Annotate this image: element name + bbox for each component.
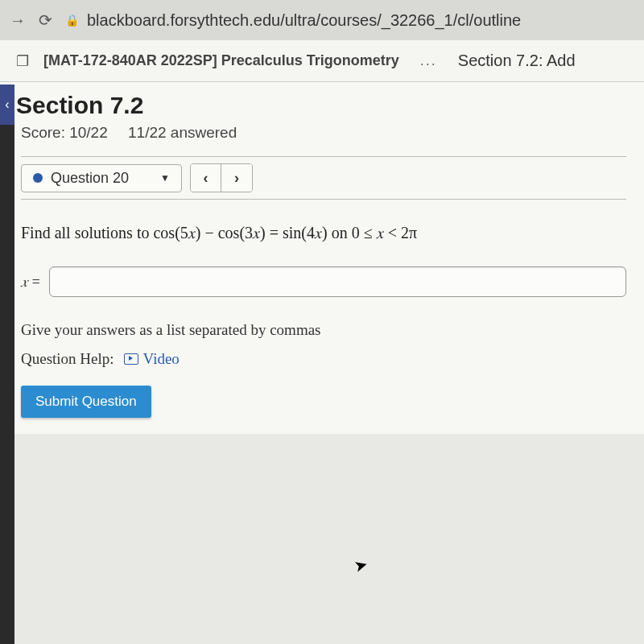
course-header: ❐ [MAT-172-840AR 2022SP] Precalculus Tri… <box>0 40 644 82</box>
submit-question-button[interactable]: Submit Question <box>21 386 151 418</box>
collapse-panel-button[interactable]: ‹ <box>0 85 14 125</box>
reload-icon[interactable]: ⟳ <box>39 10 52 30</box>
score-row: Score: 10/22 11/22 answered <box>21 124 626 142</box>
next-question-button[interactable]: › <box>221 164 252 192</box>
chevron-left-icon: ‹ <box>5 97 9 112</box>
answered-label: 11/22 answered <box>128 124 237 141</box>
question-nav-bar: Question 20 ▼ ‹ › <box>21 156 626 200</box>
problem-prefix: Find all solutions to <box>21 224 153 242</box>
lock-icon: 🔒 <box>65 14 79 27</box>
video-help-link[interactable]: Video <box>124 350 180 368</box>
question-dropdown-label: Question 20 <box>51 170 152 187</box>
answer-row: 𝑥 = <box>21 266 626 297</box>
page-title: Section 7.2 <box>16 92 626 119</box>
help-label: Question Help: <box>21 350 114 368</box>
question-dropdown[interactable]: Question 20 ▼ <box>21 164 182 192</box>
ellipsis-icon[interactable]: ... <box>420 52 437 69</box>
score-label: Score: 10/22 <box>21 124 108 141</box>
answer-input[interactable] <box>49 266 626 297</box>
prev-question-button[interactable]: ‹ <box>191 164 221 192</box>
url-text: blackboard.forsythtech.edu/ultra/courses… <box>87 11 521 30</box>
browser-toolbar: → ⟳ 🔒 blackboard.forsythtech.edu/ultra/c… <box>0 0 644 40</box>
main-content: Section 7.2 Score: 10/22 11/22 answered … <box>0 82 644 434</box>
video-label: Video <box>143 350 180 368</box>
input-label: 𝑥 = <box>21 274 41 291</box>
left-sidebar-strip <box>0 125 14 644</box>
question-nav-buttons: ‹ › <box>190 163 253 192</box>
chevron-down-icon: ▼ <box>160 172 170 184</box>
window-icon[interactable]: ❐ <box>16 52 29 70</box>
address-bar[interactable]: 🔒 blackboard.forsythtech.edu/ultra/cours… <box>65 11 634 30</box>
answer-hint: Give your answers as a list separated by… <box>21 321 626 339</box>
forward-icon[interactable]: → <box>10 11 26 30</box>
video-icon <box>124 353 138 365</box>
breadcrumb-section: Section 7.2: Add <box>458 52 576 70</box>
problem-math: cos(5𝑥) − cos(3𝑥) = sin(4𝑥) on 0 ≤ 𝑥 < 2… <box>153 224 417 242</box>
problem-statement: Find all solutions to cos(5𝑥) − cos(3𝑥) … <box>21 224 626 242</box>
cursor-icon: ➤ <box>352 554 370 576</box>
status-dot-icon <box>33 173 43 183</box>
course-name: [MAT-172-840AR 2022SP] Precalculus Trigo… <box>43 52 399 69</box>
help-row: Question Help: Video <box>21 350 626 368</box>
